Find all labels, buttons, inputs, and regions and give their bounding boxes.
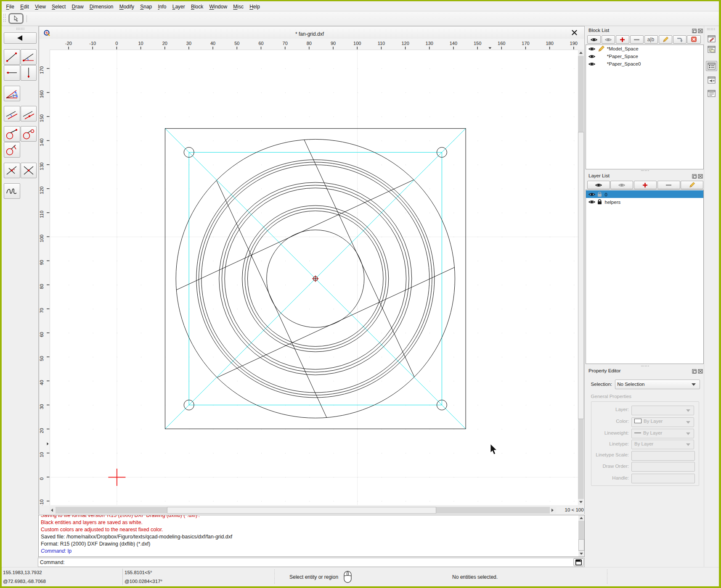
svg-text:180: 180 — [546, 41, 553, 46]
svg-text:120: 120 — [39, 187, 44, 194]
svg-text:80: 80 — [39, 284, 44, 289]
svg-text:130: 130 — [426, 41, 433, 46]
svg-text:50: 50 — [234, 41, 239, 46]
svg-text:20: 20 — [162, 41, 167, 46]
svg-text:40: 40 — [210, 41, 215, 46]
svg-text:190: 190 — [570, 41, 578, 46]
svg-text:0: 0 — [115, 41, 118, 46]
svg-text:10: 10 — [39, 452, 44, 457]
svg-text:160: 160 — [39, 90, 44, 98]
svg-text:130: 130 — [39, 163, 44, 170]
svg-text:170: 170 — [522, 41, 529, 46]
svg-text:90: 90 — [331, 41, 336, 46]
svg-text:-10: -10 — [39, 499, 44, 505]
svg-text:70: 70 — [39, 308, 44, 313]
svg-text:-10: -10 — [89, 41, 96, 46]
svg-text:20: 20 — [39, 428, 44, 433]
svg-text:100: 100 — [353, 41, 361, 46]
svg-text:110: 110 — [39, 211, 44, 218]
svg-text:10: 10 — [138, 41, 143, 46]
svg-text:100: 100 — [39, 235, 44, 242]
svg-text:110: 110 — [378, 41, 385, 46]
svg-text:50: 50 — [39, 356, 44, 361]
svg-text:40: 40 — [39, 380, 44, 385]
svg-text:60: 60 — [39, 332, 44, 337]
svg-text:80: 80 — [307, 41, 312, 46]
svg-text:90: 90 — [39, 260, 44, 265]
svg-text:-20: -20 — [65, 41, 72, 46]
svg-text:30: 30 — [39, 404, 44, 409]
svg-text:150: 150 — [39, 114, 44, 122]
svg-text:140: 140 — [39, 138, 44, 146]
svg-text:160: 160 — [498, 41, 505, 46]
svg-text:150: 150 — [474, 41, 481, 46]
svg-text:70: 70 — [283, 41, 288, 46]
svg-text:0: 0 — [39, 477, 44, 480]
svg-text:140: 140 — [450, 41, 457, 46]
svg-text:120: 120 — [401, 41, 409, 46]
svg-text:60: 60 — [258, 41, 263, 46]
svg-text:30: 30 — [186, 41, 191, 46]
svg-text:170: 170 — [39, 66, 44, 74]
